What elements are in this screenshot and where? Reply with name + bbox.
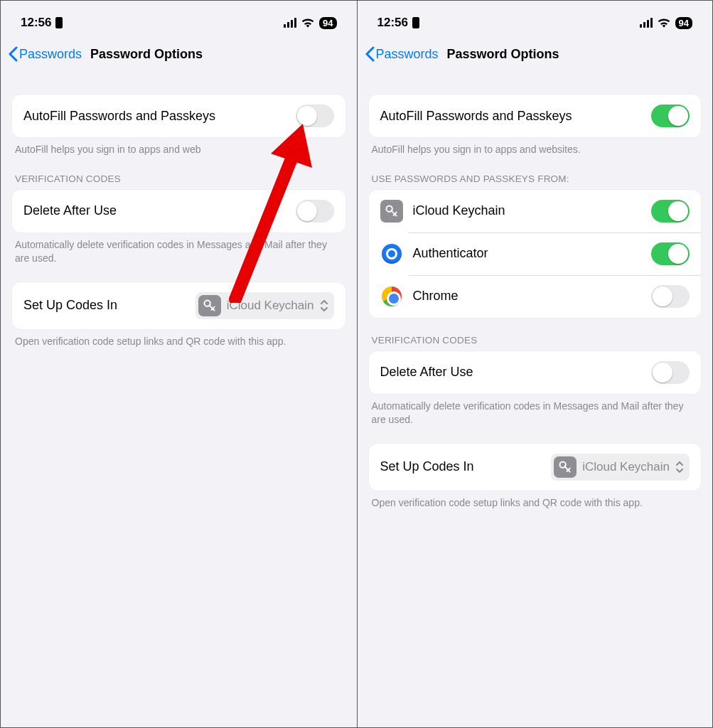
source-label: Authenticator [413, 246, 488, 261]
page-title: Password Options [90, 47, 203, 62]
source-toggle-authenticator[interactable] [651, 242, 690, 265]
row-delete-after-use: Delete After Use [369, 351, 702, 394]
row-source-keychain: iCloud Keychain [369, 190, 702, 232]
keychain-icon [554, 456, 577, 478]
row-autofill: AutoFill Passwords and Passkeys [12, 95, 345, 137]
screenshot-left: 12:56 94 Passwords Password Options Auto… [1, 1, 357, 727]
screenshot-right: 12:56 94 Passwords Password Options Auto… [357, 1, 713, 727]
setup-label: Set Up Codes In [23, 298, 117, 313]
back-button[interactable]: Passwords [8, 46, 82, 62]
back-button[interactable]: Passwords [365, 46, 439, 62]
autofill-label: AutoFill Passwords and Passkeys [23, 109, 215, 124]
autofill-toggle[interactable] [296, 105, 334, 127]
source-toggle-chrome[interactable] [651, 285, 690, 308]
header-sources: USE PASSWORDS AND PASSKEYS FROM: [369, 173, 702, 190]
setup-picker[interactable]: iCloud Keychain [195, 292, 334, 319]
header-verification-codes: VERIFICATION CODES [369, 335, 702, 351]
setup-picker[interactable]: iCloud Keychain [551, 454, 690, 481]
nav-bar: Passwords Password Options [358, 38, 713, 73]
battery-badge: 94 [675, 17, 692, 29]
chevron-left-icon [365, 46, 375, 62]
cellular-icon [284, 18, 296, 28]
autofill-toggle[interactable] [651, 105, 690, 127]
status-bar: 12:56 94 [358, 1, 713, 38]
page-title: Password Options [447, 47, 559, 62]
delete-label: Delete After Use [380, 365, 473, 380]
row-delete-after-use: Delete After Use [12, 190, 345, 232]
wifi-icon [658, 18, 670, 28]
row-autofill: AutoFill Passwords and Passkeys [369, 95, 702, 137]
cellular-icon [640, 18, 653, 28]
row-setup-codes[interactable]: Set Up Codes In iCloud Keychain [369, 444, 702, 491]
device-icon [55, 17, 63, 28]
source-label: iCloud Keychain [413, 203, 505, 218]
chrome-icon [382, 287, 402, 306]
autofill-footer: AutoFill helps you sign in to apps and w… [12, 137, 345, 156]
source-label: Chrome [413, 289, 459, 304]
nav-bar: Passwords Password Options [1, 38, 357, 73]
clock: 12:56 [377, 16, 408, 30]
keychain-icon [380, 200, 403, 223]
delete-footer: Automatically delete verification codes … [12, 232, 345, 265]
chevron-updown-icon [675, 461, 684, 473]
setup-value: iCloud Keychain [227, 299, 314, 313]
clock: 12:56 [21, 16, 51, 30]
header-verification-codes: VERIFICATION CODES [12, 173, 345, 190]
autofill-label: AutoFill Passwords and Passkeys [380, 109, 572, 124]
delete-footer: Automatically delete verification codes … [369, 394, 702, 427]
row-source-authenticator: Authenticator [369, 232, 702, 275]
keychain-icon [198, 295, 221, 316]
device-icon [412, 17, 419, 28]
setup-footer: Open verification code setup links and Q… [12, 329, 345, 348]
wifi-icon [301, 18, 314, 28]
chevron-left-icon [8, 46, 18, 62]
status-bar: 12:56 94 [1, 1, 357, 38]
setup-label: Set Up Codes In [380, 459, 474, 474]
setup-footer: Open verification code setup links and Q… [369, 491, 702, 510]
back-label: Passwords [19, 47, 82, 62]
back-label: Passwords [376, 47, 439, 62]
row-source-chrome: Chrome [369, 275, 702, 318]
setup-value: iCloud Keychain [582, 460, 670, 474]
autofill-footer: AutoFill helps you sign in to apps and w… [369, 137, 702, 156]
delete-toggle[interactable] [651, 361, 690, 384]
row-setup-codes[interactable]: Set Up Codes In iCloud Keychain [12, 282, 345, 329]
source-toggle-keychain[interactable] [651, 200, 690, 223]
delete-toggle[interactable] [296, 200, 334, 223]
chevron-updown-icon [320, 299, 328, 312]
delete-label: Delete After Use [23, 203, 117, 218]
authenticator-icon [382, 244, 402, 264]
battery-badge: 94 [319, 17, 336, 29]
